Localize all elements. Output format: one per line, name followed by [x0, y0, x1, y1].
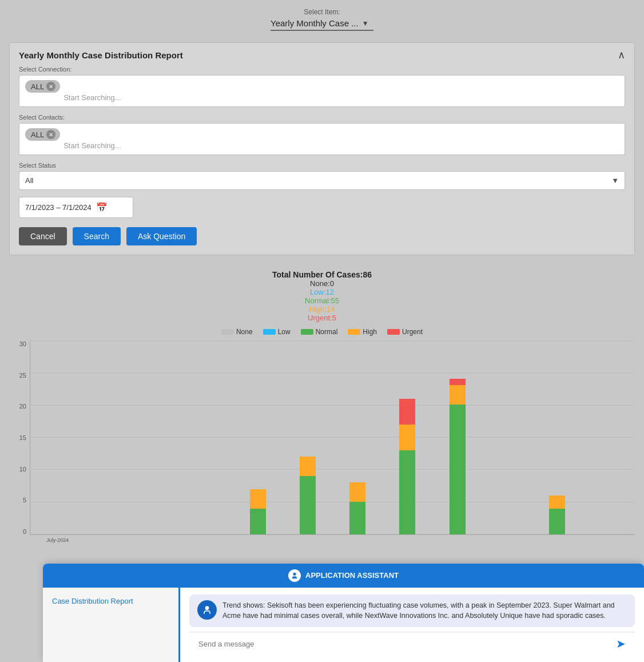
assistant-message: Trend shows: Sekisoft has been experienc…: [189, 594, 635, 628]
date-range-field-group: 7/1/2023 – 7/1/2024 📅: [19, 197, 625, 218]
assistant-header: APPLICATION ASSISTANT: [43, 564, 644, 588]
calendar-icon: 📅: [96, 202, 108, 213]
x-label-9: [484, 535, 530, 543]
legend-dot-normal: [301, 329, 313, 335]
panel-title: Yearly Monthly Case Distribution Report: [19, 50, 183, 60]
case-distribution-report-link[interactable]: Case Distribution Report: [52, 597, 133, 605]
date-range-picker[interactable]: 7/1/2023 – 7/1/2024 📅: [19, 197, 133, 218]
y-label-10: 10: [9, 466, 30, 473]
bar-segment-normal-6: [349, 502, 365, 534]
send-message-button[interactable]: ➤: [616, 637, 626, 651]
top-bar: Select Item: Yearly Monthly Case ... ▼: [0, 0, 644, 37]
status-field-group: Select Status All ▼: [19, 162, 625, 190]
assistant-avatar: [197, 600, 217, 620]
connection-input-box[interactable]: ALL ✕ Start Searching...: [19, 75, 625, 107]
form-area: Select Connection: ALL ✕ Start Searching…: [10, 66, 634, 255]
bar-group-9: [484, 340, 530, 534]
y-label-25: 25: [9, 372, 30, 379]
bar-segment-urgent-8: [450, 379, 466, 385]
assistant-sidebar: Case Distribution Report: [43, 588, 180, 663]
assistant-message-input[interactable]: [198, 640, 611, 648]
bar-group-10: [534, 340, 581, 534]
stat-normal: Normal:55: [9, 296, 635, 305]
main-panel: Yearly Monthly Case Distribution Report …: [9, 42, 635, 255]
status-label: Select Status: [19, 162, 625, 169]
stat-urgent: Urgent:5: [9, 314, 635, 322]
x-label-1: [84, 535, 130, 543]
bar-segment-normal-7: [399, 450, 415, 534]
x-label-3: [184, 535, 230, 543]
bar-segment-high-6: [349, 482, 365, 502]
item-dropdown[interactable]: Yearly Monthly Case ... ▼: [271, 18, 373, 31]
x-labels: July-2024: [30, 535, 635, 543]
legend-label-urgent: Urgent: [402, 328, 423, 336]
bar-group-1: [85, 340, 131, 534]
legend-label-none: None: [236, 328, 253, 336]
legend-item-low: Low: [263, 328, 291, 336]
connection-field-group: Select Connection: ALL ✕ Start Searching…: [19, 66, 625, 107]
bars-container: [30, 340, 635, 534]
stat-none: None:0: [9, 279, 635, 288]
assistant-message-text: Trend shows: Sekisoft has been experienc…: [222, 600, 627, 622]
status-select-arrow-icon: ▼: [611, 176, 619, 185]
svg-point-1: [205, 606, 209, 610]
legend-label-low: Low: [278, 328, 291, 336]
x-label-7: [384, 535, 430, 543]
contacts-placeholder: Start Searching...: [63, 141, 121, 150]
x-label-5: [284, 535, 331, 543]
connection-tag-remove[interactable]: ✕: [46, 82, 55, 91]
bar-group-4: [234, 340, 281, 534]
y-label-0: 0: [9, 528, 30, 535]
send-icon: ➤: [616, 637, 626, 651]
bar-segment-high-8: [450, 385, 466, 405]
contacts-tag-label: ALL: [31, 130, 44, 139]
y-label-20: 20: [9, 403, 30, 410]
chart-grid: [30, 340, 635, 535]
legend-dot-high: [348, 329, 360, 335]
bar-group-2: [135, 340, 181, 534]
bar-segment-normal-10: [549, 509, 565, 534]
bar-stack-10: [549, 495, 565, 534]
panel-collapse-button[interactable]: ∧: [618, 50, 625, 60]
bar-stack-6: [349, 482, 365, 534]
chart-legend: NoneLowNormalHighUrgent: [9, 328, 635, 336]
contacts-label: Select Contacts:: [19, 114, 625, 121]
y-label-30: 30: [9, 340, 30, 347]
bar-segment-high-7: [399, 425, 415, 450]
legend-item-none: None: [221, 328, 253, 336]
legend-label-high: High: [363, 328, 377, 336]
connection-placeholder: Start Searching...: [63, 93, 121, 102]
button-row: Cancel Search Ask Question: [19, 227, 625, 245]
x-label-8: [434, 535, 480, 543]
select-item-label: Select Item:: [304, 8, 340, 16]
x-label-0: July-2024: [34, 535, 81, 543]
bar-group-7: [384, 340, 431, 534]
ask-question-button[interactable]: Ask Question: [126, 227, 197, 245]
search-button[interactable]: Search: [73, 227, 121, 245]
bar-segment-high-10: [549, 495, 565, 509]
contacts-tag-remove[interactable]: ✕: [46, 130, 55, 139]
connection-label: Select Connection:: [19, 66, 625, 73]
bar-group-0: [35, 340, 81, 534]
bar-stack-7: [399, 399, 415, 534]
assistant-panel: APPLICATION ASSISTANT Case Distribution …: [43, 564, 644, 663]
svg-point-0: [293, 572, 296, 575]
legend-dot-urgent: [387, 329, 400, 335]
bar-stack-5: [300, 457, 316, 534]
status-select-value: All: [25, 176, 33, 185]
assistant-header-label: APPLICATION ASSISTANT: [305, 571, 399, 580]
y-axis: 0 5 10 15 20 25 30: [9, 340, 30, 535]
chart-grid-bars: July-2024: [30, 340, 635, 543]
connection-tag-all: ALL ✕: [25, 80, 60, 93]
y-label-5: 5: [9, 497, 30, 504]
contacts-input-box[interactable]: ALL ✕ Start Searching...: [19, 123, 625, 155]
contacts-tag-all: ALL ✕: [25, 128, 60, 141]
bar-stack-4: [250, 489, 266, 534]
assistant-header-icon: [288, 569, 301, 582]
bar-segment-urgent-7: [399, 399, 415, 425]
legend-label-normal: Normal: [316, 328, 338, 336]
x-label-10: [534, 535, 580, 543]
status-select[interactable]: All ▼: [19, 171, 625, 190]
bar-segment-high-5: [300, 457, 316, 476]
cancel-button[interactable]: Cancel: [19, 227, 67, 245]
